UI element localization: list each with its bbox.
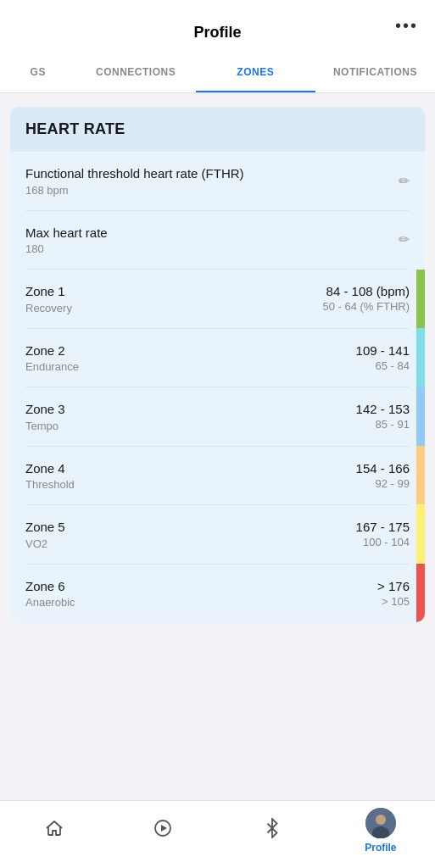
zone-name: Zone 6 xyxy=(25,578,377,595)
bottom-nav: Profile xyxy=(0,800,435,868)
zone-range-sub: 85 - 91 xyxy=(376,418,410,431)
zone-range-sub: 92 - 99 xyxy=(376,477,410,490)
zone-range-main: 154 - 166 xyxy=(356,461,410,476)
zone-color-bar-1 xyxy=(416,270,425,328)
fthr-edit-button[interactable]: ✏ xyxy=(399,173,410,189)
fthr-label: Functional threshold heart rate (FTHR) xyxy=(25,165,399,182)
zone-row-1: Zone 1 Recovery 84 - 108 (bpm) 50 - 64 (… xyxy=(25,270,410,329)
zone-sub: VO2 xyxy=(25,537,356,550)
nav-profile[interactable]: Profile xyxy=(326,808,435,854)
zone-sub: Endurance xyxy=(25,360,356,373)
max-hr-row: Max heart rate 180 ✏ xyxy=(25,211,410,270)
nav-profile-label: Profile xyxy=(365,842,396,854)
bluetooth-icon xyxy=(262,818,282,843)
fthr-value: 168 bpm xyxy=(25,184,399,197)
fthr-row: Functional threshold heart rate (FTHR) 1… xyxy=(25,152,410,211)
home-icon xyxy=(44,818,64,843)
zone-color-bars xyxy=(416,270,425,622)
tab-gs[interactable]: GS xyxy=(0,51,76,92)
zone-color-bar-2 xyxy=(416,328,425,387)
zone-row-6: Zone 6 Anaerobic > 176 > 105 xyxy=(25,565,410,623)
header-title: Profile xyxy=(193,24,241,42)
zone-row-4: Zone 4 Threshold 154 - 166 92 - 99 xyxy=(25,447,410,506)
max-hr-label: Max heart rate xyxy=(25,225,399,242)
zone-range-sub: > 105 xyxy=(382,595,410,608)
zone-sub: Tempo xyxy=(25,420,356,432)
avatar xyxy=(365,808,396,838)
tab-zones[interactable]: ZONES xyxy=(196,51,315,92)
zone-sub: Anaerobic xyxy=(25,596,377,609)
zone-range-main: 109 - 141 xyxy=(356,343,410,358)
zone-name: Zone 5 xyxy=(25,519,356,536)
zone-range-sub: 100 - 104 xyxy=(363,536,410,548)
zone-row-2: Zone 2 Endurance 109 - 141 65 - 84 xyxy=(25,329,410,388)
main-content: HEART RATE Functional threshold heart ra… xyxy=(0,93,435,800)
zone-range-sub: 50 - 64 (% FTHR) xyxy=(322,300,410,313)
svg-marker-1 xyxy=(161,825,167,832)
header: Profile ••• xyxy=(0,0,435,51)
zone-range-main: 167 - 175 xyxy=(356,520,410,534)
zone-range-main: > 176 xyxy=(377,579,410,593)
zone-color-bar-3 xyxy=(416,387,425,446)
nav-bluetooth[interactable] xyxy=(218,818,326,843)
heart-rate-card: HEART RATE Functional threshold heart ra… xyxy=(10,107,425,622)
zone-color-bar-6 xyxy=(416,564,425,622)
max-hr-value: 180 xyxy=(25,242,399,255)
play-icon xyxy=(153,818,173,843)
zone-sub: Threshold xyxy=(25,478,356,491)
card-title: HEART RATE xyxy=(25,120,125,137)
card-header: HEART RATE xyxy=(10,107,425,152)
zone-name: Zone 3 xyxy=(25,401,356,418)
card-body: Functional threshold heart rate (FTHR) 1… xyxy=(10,152,425,622)
zones-list: Zone 1 Recovery 84 - 108 (bpm) 50 - 64 (… xyxy=(25,270,410,622)
nav-home[interactable] xyxy=(0,818,109,843)
zone-row-5: Zone 5 VO2 167 - 175 100 - 104 xyxy=(25,505,410,565)
zone-color-bar-5 xyxy=(416,504,425,563)
svg-rect-5 xyxy=(372,829,389,838)
zone-range-main: 142 - 153 xyxy=(356,402,410,416)
tab-connections[interactable]: CONNECTIONS xyxy=(76,51,196,92)
zone-name: Zone 4 xyxy=(25,460,356,477)
zone-range-sub: 65 - 84 xyxy=(376,359,410,372)
zone-color-bar-4 xyxy=(416,446,425,504)
max-hr-edit-button[interactable]: ✏ xyxy=(399,231,410,248)
nav-play[interactable] xyxy=(109,818,217,843)
zone-sub: Recovery xyxy=(25,302,322,314)
tab-bar: GS CONNECTIONS ZONES NOTIFICATIONS xyxy=(0,51,435,93)
tab-notifications[interactable]: NOTIFICATIONS xyxy=(315,51,435,92)
zone-range-main: 84 - 108 (bpm) xyxy=(326,284,410,298)
zone-name: Zone 1 xyxy=(25,283,322,300)
svg-point-3 xyxy=(376,815,386,825)
zone-name: Zone 2 xyxy=(25,342,356,359)
zone-row-3: Zone 3 Tempo 142 - 153 85 - 91 xyxy=(25,387,410,447)
zones-wrapper: Zone 1 Recovery 84 - 108 (bpm) 50 - 64 (… xyxy=(25,270,410,622)
more-options-button[interactable]: ••• xyxy=(395,16,418,36)
